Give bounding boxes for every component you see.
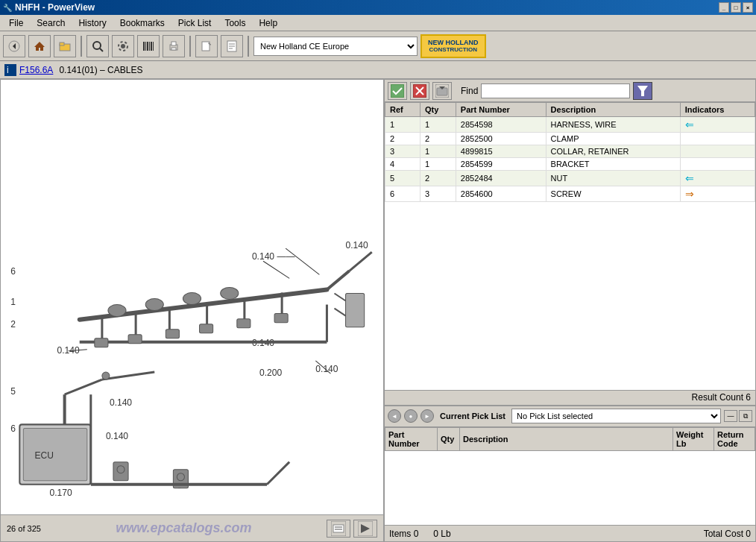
breadcrumb-link[interactable]: F156.6A [19, 65, 53, 75]
pick-next-button[interactable]: ► [420, 409, 434, 423]
note-button[interactable] [221, 35, 243, 57]
svg-point-7 [121, 44, 125, 48]
title-bar-controls[interactable]: _ □ × [719, 2, 753, 13]
edit-button[interactable] [195, 35, 218, 57]
cancel-parts-button[interactable] [410, 82, 429, 100]
indicator-icon: ⇒ [685, 188, 694, 200]
pick-home-button[interactable]: ● [404, 409, 418, 423]
barcode-button[interactable] [137, 35, 160, 57]
diagram-nav[interactable] [327, 520, 377, 538]
menu-bookmarks[interactable]: Bookmarks [114, 16, 171, 30]
folder-button[interactable] [54, 35, 76, 57]
pick-col-weight: WeightLb [673, 427, 714, 450]
svg-rect-58 [166, 330, 179, 338]
breadcrumb-title: 0.141(01) – CABLES [59, 65, 142, 75]
svg-rect-56 [95, 338, 108, 347]
cell-ref: 6 [385, 186, 420, 202]
diagram-panel: 6 1 2 5 6 0.140 0.140 —— 0.140 0.140 0.2… [0, 79, 384, 542]
region-dropdown[interactable]: New Holland CE Europe [253, 37, 418, 56]
close-button[interactable]: × [743, 2, 753, 13]
svg-text:0.140: 0.140 [346, 240, 368, 250]
svg-rect-13 [151, 42, 152, 51]
maximize-button[interactable]: □ [731, 2, 741, 13]
cell-description: HARNESS, WIRE [546, 117, 680, 133]
cell-description: SCREW [546, 186, 680, 202]
pick-win-btns[interactable]: — ⧉ [724, 410, 752, 422]
svg-rect-63 [23, 428, 86, 480]
cell-description: NUT [546, 171, 680, 186]
filter-button[interactable] [633, 82, 652, 100]
back-button[interactable] [3, 35, 25, 57]
svg-text:0.200: 0.200 [259, 368, 282, 378]
pick-list-label: Current Pick List [440, 412, 505, 420]
table-row[interactable]: 4 1 2854599 BRACKET [385, 158, 755, 171]
menu-search[interactable]: Search [31, 16, 71, 30]
pick-col-qty: Qty [438, 427, 460, 450]
region-select[interactable]: New Holland CE Europe [253, 37, 418, 56]
home-button[interactable] [28, 35, 51, 57]
menu-help[interactable]: Help [253, 16, 283, 30]
cell-description: BRACKET [546, 158, 680, 171]
result-count-bar: Result Count 6 [385, 390, 755, 405]
search-button[interactable] [86, 35, 109, 57]
pick-minimize-button[interactable]: — [724, 410, 737, 422]
cell-part-number: 4899815 [456, 145, 546, 158]
table-row[interactable]: 6 3 2854600 SCREW ⇒ [385, 186, 755, 202]
menu-file[interactable]: File [3, 16, 29, 30]
pick-col-desc: Description [460, 427, 673, 450]
pick-restore-button[interactable]: ⧉ [739, 410, 752, 422]
main-content: 6 1 2 5 6 0.140 0.140 —— 0.140 0.140 0.2… [0, 79, 756, 542]
svg-rect-17 [171, 48, 176, 50]
find-label: Find [461, 86, 478, 96]
breadcrumb-icon: i [4, 64, 16, 76]
cell-description: CLAMP [546, 133, 680, 145]
svg-text:i: i [7, 65, 9, 75]
svg-marker-2 [34, 42, 45, 51]
table-row[interactable]: 1 1 2854598 HARNESS, WIRE ⇐ [385, 117, 755, 133]
find-input[interactable] [481, 83, 630, 98]
settings-button[interactable] [112, 35, 134, 57]
title-bar-left: 🔧 NHFH - PowerView [3, 2, 95, 13]
svg-text:0.170: 0.170 [50, 488, 72, 498]
title-bar: 🔧 NHFH - PowerView _ □ × [0, 0, 756, 15]
app-icon: 🔧 [3, 4, 12, 12]
print-button[interactable] [163, 35, 185, 57]
svg-text:0.140: 0.140 [110, 397, 132, 408]
prev-diagram-button[interactable] [327, 520, 350, 538]
table-row[interactable]: 2 2 2852500 CLAMP [385, 133, 755, 145]
col-part-number: Part Number [456, 103, 546, 117]
cell-qty: 1 [420, 145, 456, 158]
title-bar-text: NHFH - PowerView [15, 2, 95, 13]
svg-text:5: 5 [10, 386, 16, 397]
svg-rect-4 [60, 42, 64, 45]
cell-part-number: 2852500 [456, 133, 546, 145]
menu-tools[interactable]: Tools [218, 16, 251, 30]
minimize-button[interactable]: _ [719, 2, 729, 13]
svg-text:6: 6 [10, 423, 16, 434]
indicator-icon: ⇐ [685, 119, 694, 130]
diagram-svg: 6 1 2 5 6 0.140 0.140 —— 0.140 0.140 0.2… [1, 80, 383, 514]
table-row[interactable]: 3 1 4899815 COLLAR, RETAINER [385, 145, 755, 158]
menu-picklist[interactable]: Pick List [172, 16, 218, 30]
add-to-list-button[interactable] [432, 82, 452, 100]
svg-point-71 [221, 287, 239, 299]
pick-prev-button[interactable]: ◄ [388, 409, 401, 423]
brand-logo: NEW HOLLAND CONSTRUCTION [420, 34, 486, 58]
svg-point-70 [183, 292, 201, 304]
menu-history[interactable]: History [72, 16, 112, 30]
svg-line-6 [100, 48, 103, 51]
page-info: 26 of 325 [7, 524, 41, 533]
pick-list-table-container: PartNumber Qty Description WeightLb Retu… [385, 427, 755, 526]
svg-rect-12 [149, 42, 150, 51]
watermark: www.epcatalogs.com [116, 520, 251, 536]
pick-list-area: ◄ ● ► Current Pick List No Pick List sel… [384, 406, 756, 543]
cell-ref: 4 [385, 158, 420, 171]
check-button[interactable] [388, 82, 407, 100]
cell-qty: 2 [420, 171, 456, 186]
col-indicators: Indicators [680, 103, 755, 117]
pick-list-select[interactable]: No Pick List selected [511, 409, 721, 423]
table-row[interactable]: 5 2 2852484 NUT ⇐ [385, 171, 755, 186]
svg-text:ECU: ECU [34, 450, 53, 461]
next-diagram-button[interactable] [353, 520, 377, 538]
pick-list-toolbar: ◄ ● ► Current Pick List No Pick List sel… [385, 406, 755, 427]
